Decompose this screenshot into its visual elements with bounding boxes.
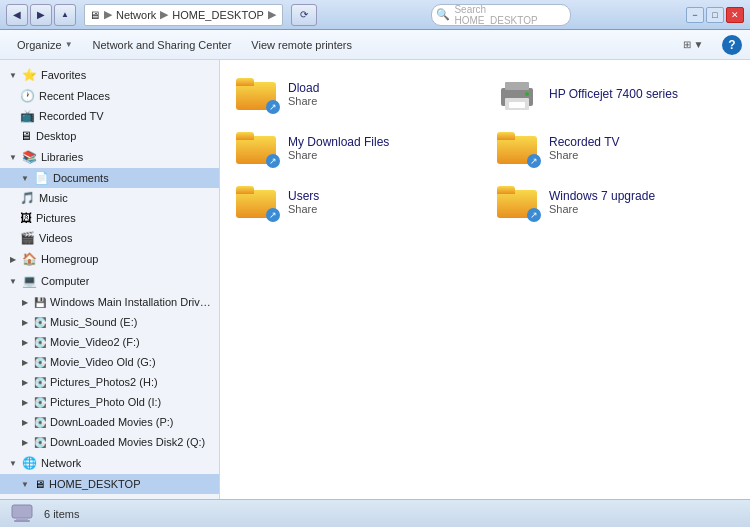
dload-name: Dload <box>288 81 477 95</box>
drive-i-label: Pictures_Photo Old (I:) <box>50 396 161 408</box>
sidebar-item-music[interactable]: 🎵 Music <box>0 188 219 208</box>
title-bar-left: ◀ ▶ ▲ 🖥 ▶ Network ▶ HOME_DESKTOP ▶ ⟳ <box>6 4 317 26</box>
my-download-files-sub: Share <box>288 149 477 161</box>
sidebar-item-documents[interactable]: 📄 Documents <box>0 168 219 188</box>
content-item-win7-upgrade[interactable]: ↗ Windows 7 upgrade Share <box>489 176 742 228</box>
remote-printers-button[interactable]: View remote printers <box>242 33 361 57</box>
desktop-icon: 🖥 <box>20 129 32 143</box>
search-placeholder: Search HOME_DESKTOP <box>454 4 566 26</box>
content-area: ↗ Dload Share <box>220 60 750 499</box>
sidebar-network-header[interactable]: 🌐 Network <box>0 452 219 474</box>
content-item-dload[interactable]: ↗ Dload Share <box>228 68 481 120</box>
dload-share-arrow: ↗ <box>266 100 280 114</box>
sidebar-computer-header[interactable]: 💻 Computer <box>0 270 219 292</box>
drive-f-label: Movie_Video2 (F:) <box>50 336 140 348</box>
svg-rect-3 <box>509 102 525 108</box>
address-bar[interactable]: 🖥 ▶ Network ▶ HOME_DESKTOP ▶ <box>84 4 283 26</box>
recorded-tv-text: Recorded TV Share <box>549 135 738 161</box>
forward-button[interactable]: ▶ <box>30 4 52 26</box>
hp-printer-text: HP Officejet 7400 series <box>549 87 738 101</box>
maximize-button[interactable]: □ <box>706 7 724 23</box>
my-download-files-text: My Download Files Share <box>288 135 477 161</box>
sidebar-item-drive-p[interactable]: 💽 DownLoaded Movies (P:) <box>0 412 219 432</box>
sidebar-item-drive-e[interactable]: 💽 Music_Sound (E:) <box>0 312 219 332</box>
sidebar-item-drive-h[interactable]: 💽 Pictures_Photos2 (H:) <box>0 372 219 392</box>
content-grid: ↗ Dload Share <box>228 68 742 228</box>
remote-printers-label: View remote printers <box>251 39 352 51</box>
sidebar-favorites-header[interactable]: ⭐ Favorites <box>0 64 219 86</box>
favorites-arrow <box>8 70 18 80</box>
sidebar-item-drive-q[interactable]: 💽 DownLoaded Movies Disk2 (Q:) <box>0 432 219 452</box>
recent-places-icon: 🕐 <box>20 89 35 103</box>
recorded-tv-icon-wrapper: ↗ <box>493 128 541 168</box>
sidebar-item-drive-g[interactable]: 💽 Movie_Video Old (G:) <box>0 352 219 372</box>
recorded-tv-fav-icon: 📺 <box>20 109 35 123</box>
drive-h-icon: 💽 <box>34 377 46 388</box>
drive-q-label: DownLoaded Movies Disk2 (Q:) <box>50 436 205 448</box>
videos-icon: 🎬 <box>20 231 35 245</box>
users-share-arrow: ↗ <box>266 208 280 222</box>
organize-label: Organize <box>17 39 62 51</box>
sidebar-item-drive-f[interactable]: 💽 Movie_Video2 (F:) <box>0 332 219 352</box>
search-bar[interactable]: 🔍 Search HOME_DESKTOP <box>431 4 571 26</box>
network-sharing-button[interactable]: Network and Sharing Center <box>84 33 241 57</box>
minimize-button[interactable]: − <box>686 7 704 23</box>
home-desktop-arrow <box>20 479 30 489</box>
my-download-files-icon-wrapper: ↗ <box>232 128 280 168</box>
back-button[interactable]: ◀ <box>6 4 28 26</box>
win7-upgrade-icon-wrapper: ↗ <box>493 182 541 222</box>
drive-i-arrow <box>20 397 30 407</box>
sidebar-libraries-header[interactable]: 📚 Libraries <box>0 146 219 168</box>
recorded-tv-share-arrow: ↗ <box>527 154 541 168</box>
favorites-label: Favorites <box>41 69 86 81</box>
drive-c-arrow <box>20 297 30 307</box>
sidebar-item-desktop[interactable]: 🖥 Desktop <box>0 126 219 146</box>
sidebar-item-pictures[interactable]: 🖼 Pictures <box>0 208 219 228</box>
sidebar-homegroup-header[interactable]: 🏠 Homegroup <box>0 248 219 270</box>
help-button[interactable]: ? <box>722 35 742 55</box>
content-item-hp-printer[interactable]: HP Officejet 7400 series <box>489 68 742 120</box>
documents-icon: 📄 <box>34 171 49 185</box>
refresh-button[interactable]: ⟳ <box>291 4 317 26</box>
status-bar: 6 items <box>0 499 750 527</box>
recorded-tv-fav-label: Recorded TV <box>39 110 104 122</box>
network-icon: 🌐 <box>22 456 37 470</box>
title-bar: ◀ ▶ ▲ 🖥 ▶ Network ▶ HOME_DESKTOP ▶ ⟳ 🔍 S… <box>0 0 750 30</box>
view-options-button[interactable]: ⊞ ▼ <box>668 33 718 57</box>
drive-p-arrow <box>20 417 30 427</box>
dload-icon-wrapper: ↗ <box>232 74 280 114</box>
sidebar-item-home-desktop[interactable]: 🖥 HOME_DESKTOP <box>0 474 219 494</box>
drive-q-icon: 💽 <box>34 437 46 448</box>
organize-button[interactable]: Organize ▼ <box>8 33 82 57</box>
win7-upgrade-text: Windows 7 upgrade Share <box>549 189 738 215</box>
window-controls: − □ ✕ <box>686 7 744 23</box>
drive-h-label: Pictures_Photos2 (H:) <box>50 376 158 388</box>
drive-h-arrow <box>20 377 30 387</box>
recent-places-label: Recent Places <box>39 90 110 102</box>
users-text: Users Share <box>288 189 477 215</box>
drive-c-label: Windows Main Installation Drive (C:) <box>50 296 211 308</box>
svg-rect-6 <box>16 518 28 520</box>
desktop-label: Desktop <box>36 130 76 142</box>
hp-printer-icon-wrapper <box>493 74 541 114</box>
network-arrow <box>8 458 18 468</box>
drive-i-icon: 💽 <box>34 397 46 408</box>
documents-arrow <box>20 173 30 183</box>
hp-printer-name: HP Officejet 7400 series <box>549 87 738 101</box>
sidebar-item-drive-c[interactable]: 💾 Windows Main Installation Drive (C:) <box>0 292 219 312</box>
up-button[interactable]: ▲ <box>54 4 76 26</box>
homegroup-arrow <box>8 254 18 264</box>
svg-rect-1 <box>505 82 529 90</box>
sidebar-item-recent-places[interactable]: 🕐 Recent Places <box>0 86 219 106</box>
computer-arrow <box>8 276 18 286</box>
sidebar-item-videos[interactable]: 🎬 Videos <box>0 228 219 248</box>
sidebar-item-recorded-tv-fav[interactable]: 📺 Recorded TV <box>0 106 219 126</box>
sidebar-item-drive-i[interactable]: 💽 Pictures_Photo Old (I:) <box>0 392 219 412</box>
content-item-users[interactable]: ↗ Users Share <box>228 176 481 228</box>
users-name: Users <box>288 189 477 203</box>
content-item-my-download-files[interactable]: ↗ My Download Files Share <box>228 122 481 174</box>
computer-label: Computer <box>41 275 89 287</box>
drive-p-icon: 💽 <box>34 417 46 428</box>
content-item-recorded-tv[interactable]: ↗ Recorded TV Share <box>489 122 742 174</box>
close-button[interactable]: ✕ <box>726 7 744 23</box>
